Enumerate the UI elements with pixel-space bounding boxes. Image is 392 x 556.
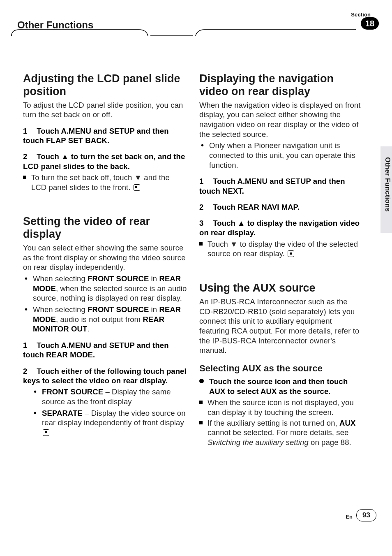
list-item: When selecting FRONT SOURCE in REAR MODE… — [23, 305, 187, 334]
kw: SEPARATE — [42, 409, 83, 417]
list-item: Only when a Pioneer navigation unit is c… — [199, 141, 363, 170]
note-item: When the source icon is not displayed, y… — [199, 398, 363, 417]
step-text: Touch ▲ to turn the set back on, and the… — [23, 152, 185, 170]
note-text: Touch ▼ to display the video of the sele… — [208, 240, 358, 258]
end-section-icon — [134, 184, 140, 191]
t: cannot be selected. For more details, se… — [208, 428, 348, 437]
bullet-list: Only when a Pioneer navigation unit is c… — [199, 141, 363, 170]
list-item: FRONT SOURCE – Display the same source a… — [33, 387, 187, 406]
note-item: If the auxiliary setting is not turned o… — [199, 418, 363, 447]
page-footer: En 93 — [0, 509, 392, 521]
t: . — [87, 324, 89, 333]
note-text: To turn the set back off, touch ▼ and th… — [31, 173, 170, 192]
step-text: Touch A.MENU and SETUP and then touch NE… — [199, 177, 345, 195]
t: , audio is not output from — [56, 315, 143, 324]
option-list: FRONT SOURCE – Display the same source a… — [33, 387, 187, 437]
t: When selecting — [33, 274, 88, 283]
step-text: Touch A.MENU and SETUP and then touch RE… — [23, 341, 169, 359]
list-item: When selecting FRONT SOURCE in REAR MODE… — [23, 274, 187, 303]
action-item: Touch the source icon and then touch AUX… — [199, 377, 363, 396]
page-number-badge: 93 — [356, 509, 376, 521]
step: 1 Touch A.MENU and SETUP and then touch … — [23, 341, 187, 360]
language-label: En — [346, 514, 353, 521]
t: in — [149, 305, 159, 314]
step-text: Touch either of the following touch pane… — [23, 367, 187, 385]
topic-intro: An IP-BUS-RCA Interconnector such as the… — [199, 297, 363, 355]
topic-intro: You can select either showing the same s… — [23, 243, 187, 272]
t: When selecting — [33, 305, 88, 314]
step: 2 Touch either of the following touch pa… — [23, 366, 187, 386]
left-column: Adjusting the LCD panel slide position T… — [23, 72, 187, 447]
topic-heading: Adjusting the LCD panel slide position — [23, 72, 187, 98]
subheading: Selecting AUX as the source — [199, 363, 363, 374]
header-rule — [7, 25, 385, 38]
topic-heading: Displaying the navigation video on rear … — [199, 72, 363, 98]
list-item: SEPARATE – Display the video source on r… — [33, 408, 187, 438]
t: If the auxiliary setting is not turned o… — [208, 419, 339, 427]
t: Only when a Pioneer navigation unit is c… — [209, 141, 355, 169]
t: in — [149, 274, 159, 283]
step: 1 Touch A.MENU and SETUP and then touch … — [199, 176, 363, 196]
side-tab-label: Other Functions — [380, 156, 392, 212]
t: When the source icon is not displayed, y… — [208, 398, 354, 417]
t: Touch the source icon and then touch AUX… — [209, 377, 348, 396]
step: 3 Touch ▲ to display the navigation vide… — [199, 218, 363, 238]
step-text: Touch REAR NAVI MAP. — [213, 203, 300, 211]
end-section-icon — [43, 429, 49, 436]
topic-heading: Using the AUX source — [199, 282, 363, 294]
kw: FRONT SOURCE — [88, 305, 149, 314]
step-text: Touch ▲ to display the navigation video … — [199, 219, 360, 237]
ref-title: Switching the auxiliary setting — [208, 438, 309, 447]
kw: AUX — [339, 419, 355, 427]
page-header: Other Functions Section 18 — [7, 13, 385, 36]
note-item: Touch ▼ to display the video of the sele… — [199, 239, 363, 259]
note-item: To turn the set back off, touch ▼ and th… — [23, 173, 187, 192]
t: , when the selected source is an audio s… — [33, 284, 187, 303]
topic-heading: Setting the video of rear display — [23, 215, 187, 241]
step: 2 Touch ▲ to turn the set back on, and t… — [23, 152, 187, 171]
step: 1 Touch A.MENU and SETUP and then touch … — [23, 126, 187, 146]
bullet-list: When selecting FRONT SOURCE in REAR MODE… — [23, 274, 187, 334]
step: 2 Touch REAR NAVI MAP. — [199, 202, 363, 212]
kw: FRONT SOURCE — [88, 274, 149, 283]
topic-intro: When the navigation video is displayed o… — [199, 100, 363, 139]
topic-intro: To adjust the LCD panel slide position, … — [23, 100, 187, 120]
t: on page 88. — [309, 438, 351, 447]
right-column: Displaying the navigation video on rear … — [199, 72, 363, 447]
kw: FRONT SOURCE — [42, 387, 103, 396]
end-section-icon — [288, 250, 294, 257]
content-columns: Adjusting the LCD panel slide position T… — [23, 72, 363, 447]
step-text: Touch A.MENU and SETUP and then touch FL… — [23, 127, 169, 145]
